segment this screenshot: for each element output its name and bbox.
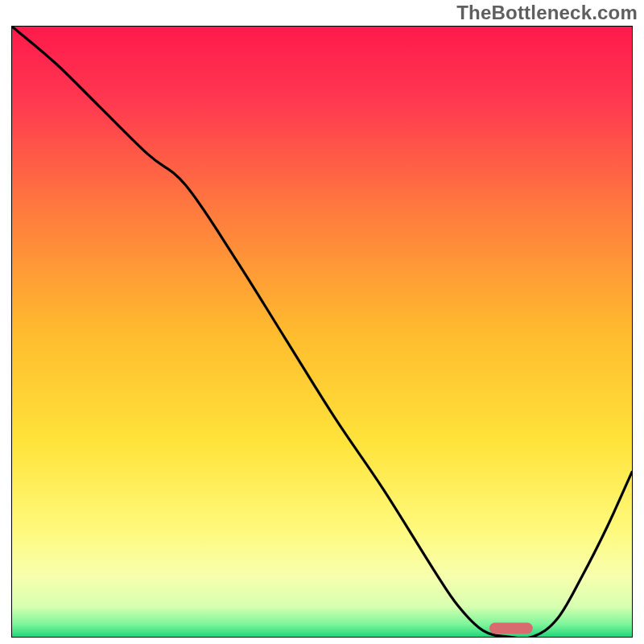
watermark-text: TheBottleneck.com xyxy=(456,2,638,24)
bottleneck-chart xyxy=(11,26,633,638)
chart-container: TheBottleneck.com xyxy=(0,0,644,644)
svg-rect-1 xyxy=(489,623,533,634)
svg-rect-0 xyxy=(12,27,632,637)
chart-svg xyxy=(11,26,633,638)
